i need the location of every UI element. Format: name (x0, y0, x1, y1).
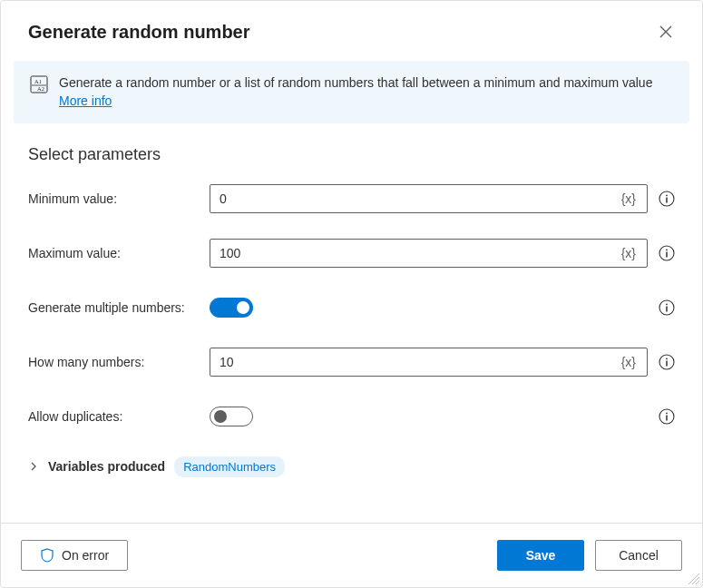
dialog-header: Generate random number (1, 1, 702, 61)
param-row-maximum: Maximum value: 100 {x} (28, 239, 675, 268)
shield-icon (40, 548, 54, 563)
insert-variable-button[interactable]: {x} (620, 191, 638, 206)
section-title: Select parameters (28, 145, 675, 164)
svg-point-10 (666, 303, 668, 305)
minimum-value-text: 0 (220, 191, 620, 206)
svg-rect-5 (666, 197, 668, 202)
svg-rect-11 (666, 306, 668, 311)
info-icon[interactable] (659, 408, 675, 425)
info-icon[interactable] (659, 191, 675, 207)
svg-text:A2: A2 (37, 85, 44, 92)
toggle-knob (214, 410, 227, 423)
svg-rect-17 (666, 415, 668, 420)
action-type-icon: A1A2 (30, 75, 48, 93)
info-banner: A1A2 Generate a random number or a list … (14, 61, 689, 123)
close-button[interactable] (651, 17, 680, 46)
param-row-multiple: Generate multiple numbers: (28, 293, 675, 322)
on-error-button[interactable]: On error (21, 540, 128, 571)
svg-rect-14 (666, 360, 668, 366)
minimum-value-input[interactable]: 0 {x} (210, 184, 648, 213)
param-row-count: How many numbers: 10 {x} (28, 348, 675, 377)
info-icon[interactable] (659, 299, 675, 316)
param-label-multiple: Generate multiple numbers: (28, 300, 210, 315)
save-button[interactable]: Save (497, 540, 584, 571)
param-label-count: How many numbers: (28, 355, 210, 369)
svg-point-7 (666, 249, 668, 250)
how-many-text: 10 (220, 355, 620, 369)
chevron-right-icon[interactable] (28, 461, 39, 472)
more-info-link[interactable]: More info (59, 93, 112, 108)
variables-produced-label[interactable]: Variables produced (48, 459, 165, 474)
param-row-duplicates: Allow duplicates: (28, 402, 675, 431)
insert-variable-button[interactable]: {x} (620, 246, 638, 260)
toggle-knob (237, 301, 249, 314)
generate-multiple-toggle[interactable] (210, 298, 253, 318)
close-icon (659, 25, 672, 38)
cancel-button[interactable]: Cancel (595, 540, 682, 571)
maximum-value-input[interactable]: 100 {x} (210, 239, 648, 268)
maximum-value-text: 100 (220, 246, 620, 260)
svg-point-16 (666, 412, 668, 414)
svg-rect-8 (666, 251, 668, 257)
info-icon[interactable] (659, 245, 675, 261)
info-banner-text: Generate a random number or a list of ra… (59, 74, 673, 111)
svg-point-13 (666, 358, 668, 359)
allow-duplicates-toggle[interactable] (210, 407, 253, 426)
info-banner-description: Generate a random number or a list of ra… (59, 75, 652, 90)
insert-variable-button[interactable]: {x} (620, 355, 638, 369)
dialog: Generate random number A1A2 Generate a r… (0, 0, 703, 588)
param-label-maximum: Maximum value: (28, 246, 210, 260)
info-icon[interactable] (659, 354, 675, 370)
dialog-title: Generate random number (28, 22, 250, 43)
param-row-minimum: Minimum value: 0 {x} (28, 184, 675, 213)
variable-badge[interactable]: RandomNumbers (174, 456, 285, 477)
svg-text:A1: A1 (34, 78, 42, 84)
on-error-label: On error (62, 548, 109, 563)
dialog-body: Select parameters Minimum value: 0 {x} M… (1, 123, 702, 523)
variables-produced-row: Variables produced RandomNumbers (28, 456, 675, 477)
param-label-duplicates: Allow duplicates: (28, 409, 210, 424)
svg-point-4 (666, 194, 668, 196)
dialog-footer: On error Save Cancel (1, 523, 702, 587)
param-label-minimum: Minimum value: (28, 191, 210, 206)
how-many-input[interactable]: 10 {x} (210, 348, 648, 377)
